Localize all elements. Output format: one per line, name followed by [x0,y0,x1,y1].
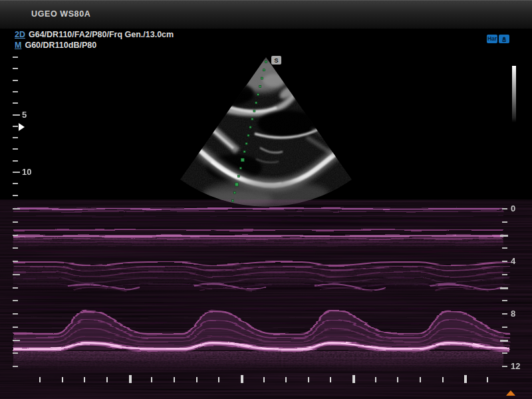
depth-tick-2d [13,68,18,69]
mmode-depth-label: 0 [511,203,515,213]
depth-tick-2d [13,172,20,173]
image-canvas [0,0,532,399]
mmode-tick-right [502,352,507,354]
mmode-tick-right [502,274,507,275]
time-tick [330,377,331,382]
harmonic-badge[interactable]: Har [487,35,497,43]
mmode-tick-right [502,313,507,315]
depth-label-2d: 10 [22,167,31,177]
time-tick [420,377,421,382]
depth-tick-2d [13,148,18,150]
mmode-tick-right [502,247,507,249]
mmode-depth-label: 4 [511,256,515,266]
time-tick [487,377,488,382]
mmode-tick-left [13,300,18,301]
mmode-tick-left [13,208,20,209]
mmode-tick-right [502,327,507,328]
mmode-tick-right [502,300,507,301]
mmode-depth-label: 8 [511,309,515,319]
depth-tick-2d [13,126,18,127]
2d-sector-image [173,53,366,209]
time-tick [218,377,219,382]
mmode-tick-right [502,366,507,367]
depth-tick-2d [13,137,18,138]
mmode-tick-left [13,274,20,275]
mode-label-2d: 2D [15,30,25,39]
grayscale-bar [512,66,516,122]
mmode-tick-right [502,221,507,223]
time-tick [375,377,376,382]
time-tick [308,377,309,382]
time-tick [442,377,444,382]
info-line-2d: 2DG64/DR110/FA2/P80/Frq Gen./13.0cm [15,30,174,39]
transducer-glyph [500,36,508,43]
mmode-tick-right [500,340,508,342]
mmode-tick-left [13,261,18,262]
depth-tick-2d [13,183,18,184]
time-tick [174,377,175,382]
depth-tick-2d [13,160,18,162]
info-line-m: MG60/DR110dB/P80 [15,41,96,50]
params-m: G60/DR110dB/P80 [25,41,96,50]
depth-tick-2d [13,114,20,116]
time-tick [62,377,63,382]
focus-marker-icon[interactable] [19,123,25,131]
time-tick [464,375,467,383]
depth-tick-2d [13,91,18,92]
mode-label-m: M [15,41,21,50]
mmode-tick-right [500,235,508,237]
mmode-depth-label: 12 [511,361,520,371]
mmode-tick-left [13,247,18,249]
time-tick [151,377,152,382]
mmode-tick-left [13,235,18,236]
time-tick [352,375,355,383]
mmode-tick-left [13,340,20,341]
mmode-tick-right [502,261,507,262]
time-tick [129,375,132,383]
depth-tick-2d [13,102,18,104]
time-tick [106,377,108,382]
mmode-tick-left [13,221,18,223]
mmode-trace [13,207,510,371]
params-2d: G64/DR110/FA2/P80/Frq Gen./13.0cm [29,30,174,39]
probe-icon[interactable] [499,35,509,43]
ultrasound-screen: UGEO WS80A 2DG64/DR110/FA2/P80/Frq Gen./… [0,0,532,399]
sweep-marker-icon [506,390,515,396]
mmode-tick-right [500,287,508,289]
depth-tick-2d [13,57,18,58]
time-tick [84,377,85,382]
mmode-tick-left [13,287,18,289]
mmode-tick-right [502,208,507,209]
depth-tick-2d [13,80,18,81]
title-bar: UGEO WS80A [0,0,532,29]
time-tick [285,377,287,382]
depth-label-2d: 5 [22,110,27,120]
mmode-tick-left [13,366,18,367]
time-tick [196,377,198,382]
mmode-tick-left [13,327,18,328]
orientation-marker: S [271,56,281,65]
mmode-tick-left [13,352,18,354]
time-tick [263,377,265,382]
mmode-tick-left [13,313,18,315]
system-title: UGEO WS80A [31,9,90,19]
time-tick [397,377,398,382]
depth-tick-2d [13,195,18,196]
time-tick [39,377,41,382]
time-tick [241,375,243,383]
